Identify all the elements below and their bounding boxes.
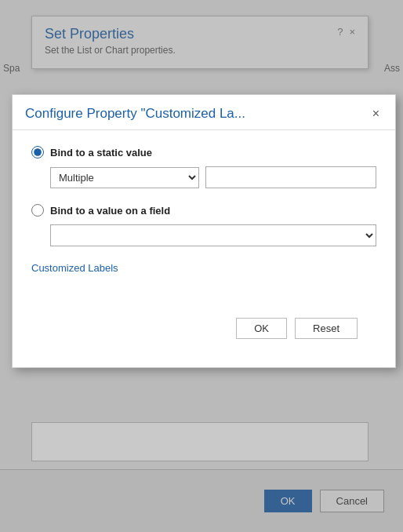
field-select-row xyxy=(50,224,376,246)
configure-property-dialog: Configure Property "Customized La... × B… xyxy=(12,94,396,368)
field-value-label: Bind to a value on a field xyxy=(50,205,170,217)
static-value-controls: Multiple Single None xyxy=(50,166,376,188)
field-value-radio[interactable] xyxy=(31,204,44,217)
modal-body: Bind to a static value Multiple Single N… xyxy=(13,130,395,367)
modal-close-button[interactable]: × xyxy=(369,107,383,120)
static-value-label: Bind to a static value xyxy=(50,147,152,159)
reset-button[interactable]: Reset xyxy=(295,318,358,339)
customized-labels-link[interactable]: Customized Labels xyxy=(31,262,376,274)
static-value-input[interactable] xyxy=(205,166,376,188)
field-value-radio-row: Bind to a value on a field xyxy=(31,204,376,217)
field-dropdown[interactable] xyxy=(50,224,376,246)
ok-button[interactable]: OK xyxy=(236,318,287,339)
static-value-radio-row: Bind to a static value xyxy=(31,146,376,159)
modal-title: Configure Property "Customized La... xyxy=(25,106,245,122)
value-type-dropdown[interactable]: Multiple Single None xyxy=(50,167,199,188)
modal-footer: OK Reset xyxy=(31,305,376,355)
static-value-radio[interactable] xyxy=(31,146,44,159)
modal-header: Configure Property "Customized La... × xyxy=(13,95,395,130)
